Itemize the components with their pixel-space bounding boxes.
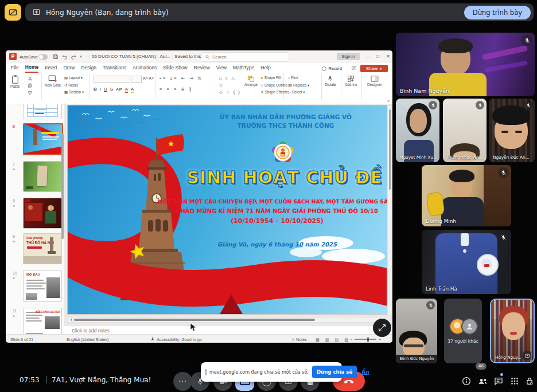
zoom-in-button[interactable]: +	[379, 337, 381, 342]
comments-icon[interactable]	[351, 65, 357, 71]
format-painter-icon[interactable]	[28, 91, 33, 96]
participant-tile[interactable]: Nguyet Minh Xu...	[396, 99, 439, 162]
paste-button[interactable]: Paste	[10, 75, 20, 88]
thumbnail-slide-7[interactable]	[23, 161, 62, 192]
thumbnail-slide-10[interactable]: MỞ ĐẦU	[23, 270, 62, 302]
autosave-toggle[interactable]	[38, 54, 48, 60]
shape-fill-button[interactable]: ◆ Shape Fill	[260, 76, 287, 80]
more-participants-label: 37 người khác	[444, 339, 482, 344]
qat-caret-icon[interactable]: ▼	[79, 55, 83, 58]
tab-insert[interactable]: Insert	[45, 64, 57, 72]
participant-tile-active-speaker[interactable]: Hồng Nguy...	[490, 299, 535, 363]
collapse-ribbon-icon[interactable]: ˅	[387, 99, 390, 103]
meeting-details-icon[interactable]	[459, 374, 474, 389]
undo-icon[interactable]	[62, 54, 68, 60]
notes-pane[interactable]: Click to add notes	[64, 325, 392, 335]
more-participants-tile[interactable]: 37 người khác	[444, 299, 482, 363]
tab-review[interactable]: Review	[194, 64, 210, 72]
participant-tile[interactable]: Nguyễn Đức An...	[489, 99, 535, 162]
shape-outline-button[interactable]: ◇ Shape Outline	[260, 83, 287, 88]
thumbnail-slide-11[interactable]: BỐI CẢNH LỊCH SỬ	[23, 308, 62, 334]
sign-in-button[interactable]: Sign in	[337, 53, 360, 60]
slide[interactable]: ỦY BAN NHÂN DÂN PHƯỜNG GIẢNG VÕ TRƯỜNG T…	[68, 105, 387, 314]
more-options-button[interactable]: ···	[173, 372, 192, 391]
tab-slideshow[interactable]: Slide Show	[163, 64, 188, 72]
participant-tile[interactable]: Duong Minh	[422, 165, 511, 226]
cut-icon[interactable]	[28, 76, 33, 81]
divider: |	[45, 375, 48, 383]
strikethrough-button[interactable]: S	[110, 87, 113, 92]
minimize-button[interactable]: —	[366, 54, 371, 59]
copy-icon[interactable]	[28, 83, 33, 88]
section-button[interactable]: ▦ Section ▾	[64, 90, 84, 95]
new-slide-button[interactable]: New Slide	[44, 75, 61, 87]
close-button[interactable]: ✕	[386, 53, 390, 59]
stop-sharing-button[interactable]: Dừng chia sẻ	[312, 366, 357, 378]
chat-icon[interactable]	[491, 374, 506, 389]
tab-view[interactable]: View	[216, 64, 227, 72]
accessibility-status[interactable]: Accessibility: Good to go	[157, 337, 202, 342]
record-button[interactable]: Record	[322, 66, 342, 71]
find-button[interactable]: ⌕ Find	[288, 76, 309, 80]
tab-mathtype[interactable]: MathType	[233, 64, 254, 72]
thumbnail-scrollbar[interactable]	[61, 133, 64, 239]
select-button[interactable]: ▷ Select ▾	[288, 90, 309, 95]
designer-button[interactable]: Designer	[367, 75, 382, 87]
thumbnail-slide-6-selected[interactable]	[23, 123, 63, 155]
arrange-button[interactable]: Arrange	[244, 75, 258, 87]
tab-file[interactable]: File	[11, 64, 19, 72]
character-spacing-icon[interactable]: A⇄	[116, 87, 122, 92]
stop-presenting-button[interactable]: Dừng trình bày	[464, 6, 531, 19]
thumbnail-slide-5[interactable]	[23, 104, 62, 119]
highlight-button[interactable]: A	[131, 87, 134, 93]
presentation-paused-icon[interactable]	[5, 4, 21, 21]
addins-button[interactable]: Add-ins	[345, 75, 357, 87]
font-color-button[interactable]: A	[125, 87, 128, 93]
thumbnail-slide-9[interactable]: Giải phóng THỦ ĐÔ HÀ NỘI	[23, 233, 62, 264]
font-name-box[interactable]	[94, 76, 130, 83]
italic-button[interactable]: I	[100, 87, 101, 92]
save-icon[interactable]	[53, 54, 59, 60]
language-status[interactable]: English (United States)	[67, 337, 109, 342]
search-input[interactable]: Search	[201, 52, 289, 62]
hide-link[interactable]: Ẩn	[361, 369, 369, 375]
people-icon[interactable]	[475, 374, 490, 389]
zoom-out-button[interactable]: −	[350, 337, 352, 342]
mic-muted-icon	[476, 101, 484, 109]
horizontal-scrollbar[interactable]	[68, 317, 384, 323]
participant-tile[interactable]: Bình Nam Nguyễn	[396, 33, 535, 96]
share-button[interactable]: Share▼	[360, 65, 388, 72]
mic-muted-icon	[498, 167, 509, 178]
layout-button[interactable]: ▤ Layout ▾	[64, 76, 84, 80]
activities-icon[interactable]	[507, 374, 522, 389]
view-buttons[interactable]: ▦ ▥ ▤ ▧	[316, 337, 351, 342]
shape-effects-button[interactable]: ❖ Shape Effects	[260, 90, 287, 95]
underline-button[interactable]: U	[104, 87, 107, 92]
participant-tile[interactable]: Linh Trần Hà	[422, 230, 511, 294]
zoom-slider[interactable]	[355, 339, 376, 340]
vertical-scrollbar[interactable]	[387, 105, 392, 315]
dictate-button[interactable]: Dictate	[325, 75, 336, 87]
grow-shrink-font-icons[interactable]: A˄ A˅	[143, 76, 154, 80]
tab-design[interactable]: Design	[81, 64, 96, 72]
expand-shared-screen-button[interactable]	[373, 319, 391, 337]
replace-button[interactable]: ab Replace ▾	[288, 83, 309, 88]
tab-transitions[interactable]: Transitions	[103, 64, 126, 72]
tab-home[interactable]: Home	[25, 63, 39, 73]
participant-tile[interactable]: Đinh Đức Nguyễn	[396, 299, 437, 363]
font-size-box[interactable]	[131, 76, 142, 83]
list-buttons[interactable]: •≡ 1≡ ⇤ ⇥ ⇅	[159, 76, 203, 81]
tab-draw[interactable]: Draw	[64, 64, 75, 72]
shapes-gallery[interactable]: □ ○ △ ▽ ◇ ☆ { }	[219, 75, 242, 96]
tab-animations[interactable]: Animations	[133, 64, 157, 72]
redo-icon[interactable]	[71, 54, 76, 60]
notes-toggle[interactable]: ≐ Notes	[291, 337, 307, 342]
align-buttons[interactable]: ≡ ≡ ≡ ≣ ∥	[159, 87, 193, 92]
host-controls-icon[interactable]	[522, 374, 537, 389]
thumbnail-slide-8[interactable]	[23, 198, 62, 229]
maximize-button[interactable]: □	[376, 53, 379, 59]
participant-tile[interactable]: Phung Khac An...	[443, 99, 487, 162]
reset-button[interactable]: ↺ Reset	[64, 83, 84, 88]
bold-button[interactable]: B	[94, 87, 97, 92]
tab-help[interactable]: Help	[260, 64, 270, 72]
